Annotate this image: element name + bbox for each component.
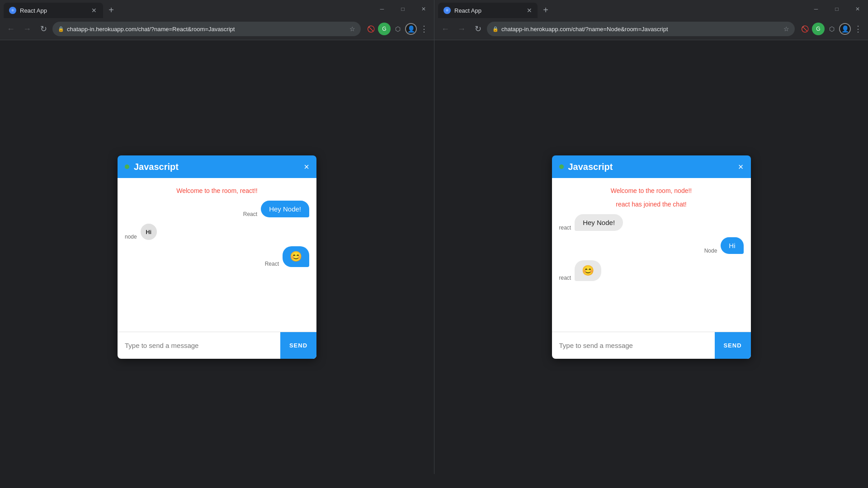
- message-sender-2-3: react: [559, 275, 571, 281]
- message-bubble-emoji: 😊: [283, 246, 309, 267]
- chat-room-name: Javascript: [134, 162, 299, 172]
- tab-title-2: React App: [454, 7, 523, 14]
- close-window-button[interactable]: ✕: [413, 2, 434, 16]
- chat-close-button[interactable]: ×: [304, 162, 309, 171]
- chat-input[interactable]: [118, 332, 280, 359]
- extension-google-icon-2[interactable]: G: [812, 23, 825, 35]
- chat-widget-2: Javascript × Welcome to the room, node!!…: [552, 155, 751, 359]
- message-row-2-3: react 😊: [559, 260, 744, 281]
- message-sender-2-2: Node: [704, 248, 717, 254]
- back-button[interactable]: ←: [4, 22, 18, 36]
- reload-button[interactable]: ↻: [36, 22, 51, 36]
- send-button-2[interactable]: SEND: [715, 332, 751, 359]
- url-text-2: chatapp-in.herokuapp.com/chat/?name=Node…: [501, 26, 781, 33]
- forward-button-2[interactable]: →: [454, 22, 469, 36]
- forward-button[interactable]: →: [20, 22, 34, 36]
- message-bubble-emoji-incoming: 😊: [575, 260, 601, 281]
- minimize-button[interactable]: ─: [372, 2, 392, 16]
- reload-button-2[interactable]: ↻: [471, 22, 485, 36]
- message-sender-2-1: react: [559, 225, 571, 231]
- message-sender: React: [243, 211, 257, 217]
- message-sender: React: [265, 261, 279, 267]
- join-message: react has joined the chat!: [559, 201, 744, 208]
- new-tab-button[interactable]: +: [105, 4, 118, 16]
- message-row: React 😊: [125, 246, 309, 267]
- tab-title: React App: [20, 7, 87, 14]
- bookmark-icon-2[interactable]: ☆: [783, 25, 789, 33]
- chat-room-name-2: Javascript: [568, 162, 734, 172]
- lock-icon-2: 🔒: [492, 26, 499, 32]
- tab-favicon-2: ⚛: [443, 7, 451, 14]
- maximize-button[interactable]: □: [392, 2, 413, 16]
- send-button[interactable]: SEND: [280, 332, 316, 359]
- address-bar[interactable]: 🔒 chatapp-in.herokuapp.com/chat/?name=Re…: [52, 22, 361, 36]
- message-sender: node: [125, 234, 137, 240]
- message-bubble-incoming-1: Hey Node!: [575, 214, 623, 231]
- tab-close-button-2[interactable]: ✕: [527, 7, 532, 14]
- online-indicator-2: [559, 164, 564, 169]
- menu-button-2[interactable]: ⋮: [852, 23, 864, 35]
- welcome-message: Welcome to the room, react!!: [125, 187, 309, 194]
- chat-widget-1: Javascript × Welcome to the room, react!…: [118, 155, 316, 359]
- url-text: chatapp-in.herokuapp.com/chat/?name=Reac…: [67, 26, 347, 33]
- chat-close-button-2[interactable]: ×: [738, 162, 744, 171]
- minimize-button-2[interactable]: ─: [806, 2, 826, 16]
- extension-blocked-icon[interactable]: 🚫: [364, 23, 377, 35]
- browser2-tab[interactable]: ⚛ React App ✕: [438, 3, 538, 18]
- back-button-2[interactable]: ←: [438, 22, 453, 36]
- message-row-2-2: Node Hi: [559, 237, 744, 254]
- avatar-node: Hi: [141, 224, 157, 240]
- extension-puzzle-icon-2[interactable]: ⬡: [826, 23, 838, 35]
- close-window-button-2[interactable]: ✕: [847, 2, 868, 16]
- menu-button[interactable]: ⋮: [418, 23, 430, 35]
- chat-input-2[interactable]: [552, 332, 715, 359]
- online-indicator: [125, 164, 129, 169]
- extension-puzzle-icon[interactable]: ⬡: [392, 23, 404, 35]
- extension-blocked-icon-2[interactable]: 🚫: [798, 23, 811, 35]
- message-bubble-outgoing-2: Hi: [721, 237, 743, 254]
- message-row: React Hey Node!: [125, 201, 309, 217]
- new-tab-button-2[interactable]: +: [539, 4, 552, 16]
- tab-close-button[interactable]: ✕: [90, 7, 98, 14]
- address-bar-2[interactable]: 🔒 chatapp-in.herokuapp.com/chat/?name=No…: [487, 22, 795, 36]
- welcome-message-2: Welcome to the room, node!!: [559, 187, 744, 194]
- message-row: Hi node: [125, 224, 309, 240]
- message-bubble-outgoing: Hey Node!: [261, 201, 309, 217]
- tab-favicon: ⚛: [9, 7, 16, 14]
- message-row-2-1: react Hey Node!: [559, 214, 744, 231]
- bookmark-icon[interactable]: ☆: [349, 25, 355, 33]
- profile-avatar[interactable]: 👤: [405, 23, 417, 35]
- profile-avatar-2[interactable]: 👤: [839, 23, 851, 35]
- browser1-tab[interactable]: ⚛ React App ✕: [4, 3, 103, 18]
- lock-icon: 🔒: [58, 26, 64, 32]
- maximize-button-2[interactable]: □: [826, 2, 847, 16]
- extension-google-icon[interactable]: G: [378, 23, 391, 35]
